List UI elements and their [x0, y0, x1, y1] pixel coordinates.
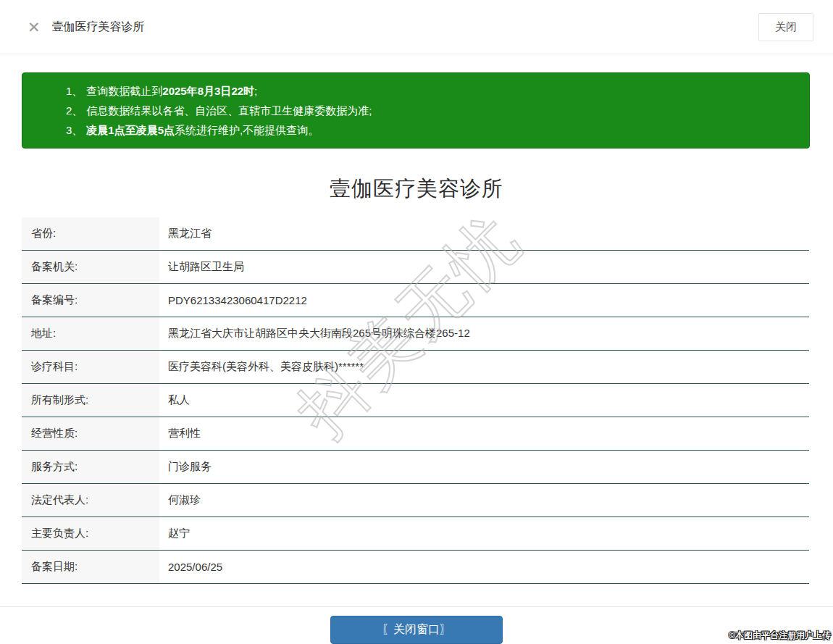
field-value: 营利性 — [159, 417, 809, 450]
field-value: 黑龙江省 — [159, 217, 809, 250]
table-row-registration-date: 备案日期: 2025/06/25 — [22, 551, 809, 584]
notice-text-bold: 凌晨1点至凌晨5点 — [86, 124, 175, 136]
field-value: 医疗美容科(美容外科、美容皮肤科)****** — [159, 351, 809, 383]
footer-divider — [0, 606, 833, 607]
notice-line-number: 3、 — [66, 124, 83, 136]
close-icon[interactable]: ✕ — [28, 20, 41, 35]
upload-credit-watermark: ©本图由平台注册用户上传 — [729, 630, 831, 642]
notice-box: 1、查询数据截止到2025年8月3日22时; 2、信息数据结果以各省、自治区、直… — [22, 72, 810, 149]
notice-line-2: 2、信息数据结果以各省、自治区、直辖市卫生健康委数据为准; — [66, 101, 795, 120]
field-label: 服务方式: — [22, 451, 159, 483]
notice-line-number: 2、 — [66, 104, 83, 117]
notice-text-bold: 2025年8月3日22时 — [162, 85, 254, 97]
clinic-info-table: 省份: 黑龙江省 备案机关: 让胡路区卫生局 备案编号: PDY62133423… — [22, 217, 809, 584]
field-label: 地址: — [22, 317, 159, 350]
page-title: 壹伽医疗美容诊所 — [0, 175, 833, 204]
table-row-legal-representative: 法定代表人: 何淑珍 — [22, 484, 809, 517]
table-row-main-person-in-charge: 主要负责人: 赵宁 — [22, 517, 809, 551]
field-label: 备案机关: — [22, 251, 159, 283]
table-row-address: 地址: 黑龙江省大庆市让胡路区中央大街南段265号明珠综合楼265-12 — [22, 317, 809, 351]
field-label: 经营性质: — [22, 417, 159, 450]
notice-line-number: 1、 — [66, 85, 83, 97]
top-bar: ✕ 壹伽医疗美容诊所 关闭 — [0, 0, 833, 54]
field-value: 私人 — [159, 384, 809, 417]
field-value: PDY62133423060417D2212 — [159, 284, 809, 317]
field-value: 何淑珍 — [159, 484, 809, 517]
notice-text: ; — [254, 85, 257, 97]
field-label: 诊疗科目: — [22, 351, 159, 383]
field-label: 省份: — [22, 217, 159, 250]
field-label: 主要负责人: — [22, 517, 159, 550]
footer-button-row: 〖关闭窗口〗 — [0, 616, 833, 644]
table-row-registration-authority: 备案机关: 让胡路区卫生局 — [22, 251, 809, 284]
close-window-button[interactable]: 〖关闭窗口〗 — [330, 616, 503, 644]
table-row-service-mode: 服务方式: 门诊服务 — [22, 451, 809, 484]
field-value: 黑龙江省大庆市让胡路区中央大街南段265号明珠综合楼265-12 — [159, 317, 809, 350]
notice-line-3: 3、凌晨1点至凌晨5点系统进行维护,不能提供查询。 — [66, 120, 795, 140]
field-value: 让胡路区卫生局 — [159, 251, 809, 283]
notice-text: 信息数据结果以各省、自治区、直辖市卫生健康委数据为准; — [86, 104, 372, 117]
field-label: 备案日期: — [22, 551, 159, 583]
field-label: 备案编号: — [22, 284, 159, 317]
table-row-business-nature: 经营性质: 营利性 — [22, 417, 809, 451]
field-value: 2025/06/25 — [159, 551, 809, 583]
notice-text: 查询数据截止到 — [86, 85, 162, 97]
field-value: 门诊服务 — [159, 451, 809, 483]
field-value: 赵宁 — [159, 517, 809, 550]
table-row-registration-number: 备案编号: PDY62133423060417D2212 — [22, 284, 809, 317]
field-label: 法定代表人: — [22, 484, 159, 517]
table-row-province: 省份: 黑龙江省 — [22, 217, 809, 251]
table-row-treatment-subjects: 诊疗科目: 医疗美容科(美容外科、美容皮肤科)****** — [22, 351, 809, 384]
notice-text: 系统进行维护,不能提供查询。 — [175, 124, 319, 136]
field-label: 所有制形式: — [22, 384, 159, 417]
close-button[interactable]: 关闭 — [758, 13, 813, 41]
notice-line-1: 1、查询数据截止到2025年8月3日22时; — [66, 81, 795, 101]
table-row-ownership-form: 所有制形式: 私人 — [22, 384, 809, 417]
window-title: 壹伽医疗美容诊所 — [52, 20, 145, 35]
